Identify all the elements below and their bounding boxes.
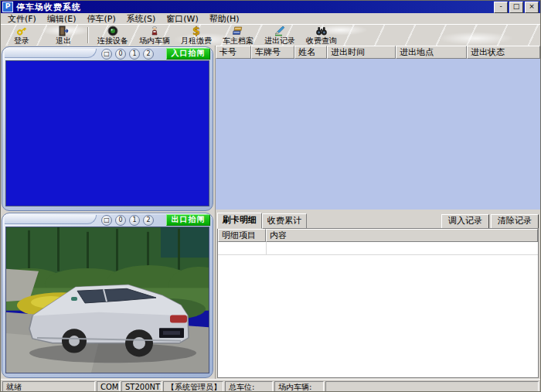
entrance-camera-header: □ 0 1 2 入口抬闸: [2, 47, 213, 60]
status-device-model: ST200NT2: [121, 381, 162, 392]
connect-device-button[interactable]: 连接设备: [92, 25, 134, 46]
device-lens-icon: [107, 26, 119, 36]
toolbar-label: 收费查询: [306, 36, 337, 45]
in-out-records-button[interactable]: 进出记录: [259, 25, 301, 46]
entrance-channel-0-button[interactable]: 0: [115, 49, 126, 60]
restore-button[interactable]: □: [509, 2, 523, 13]
exit-button[interactable]: 退出: [43, 25, 84, 46]
column-header-status[interactable]: 进出状态: [467, 46, 540, 59]
status-empty: [325, 381, 539, 392]
entrance-channel-stop-button[interactable]: □: [101, 49, 112, 60]
detail-tab-row: 刷卡明细 收费累计 调入记录 清除记录: [217, 214, 539, 229]
minimize-button[interactable]: -: [494, 2, 508, 13]
toolbar-separator: [87, 27, 89, 43]
camera-photo-car-scene: [6, 227, 209, 373]
svg-text:$: $: [192, 26, 200, 36]
status-operator: 【系统管理员】: [163, 381, 223, 392]
menu-file[interactable]: 文件(F): [2, 13, 42, 25]
detail-empty-row: [218, 242, 538, 255]
close-button[interactable]: ×: [525, 2, 539, 13]
status-vehicles-inside: 场内车辆:: [274, 381, 324, 392]
entrance-channel-1-button[interactable]: 1: [129, 49, 140, 60]
status-ready: 就绪: [2, 381, 95, 392]
status-total-spaces: 总车位:: [225, 381, 273, 392]
load-records-button[interactable]: 调入记录: [441, 214, 489, 229]
detail-table-body[interactable]: [218, 255, 538, 377]
panel-tab-curve: [5, 49, 97, 58]
entrance-gate-open-button[interactable]: 入口抬闸: [166, 48, 210, 60]
entrance-video-screen: [5, 60, 209, 206]
column-header-time[interactable]: 进出时间: [327, 46, 396, 59]
app-window: P 停车场收费系统 - □ × 文件(F) 编辑(E) 停车(P) 系统(S) …: [0, 0, 541, 392]
exit-door-icon: [57, 26, 70, 36]
exit-camera-header: □ 0 1 2 出口抬闸: [2, 213, 213, 226]
toolbar-label: 进出记录: [264, 36, 295, 45]
main-area: □ 0 1 2 入口抬闸 □ 0 1 2: [1, 46, 540, 379]
key-icon: [15, 26, 28, 36]
exit-gate-open-button[interactable]: 出口抬闸: [166, 214, 210, 226]
dollar-icon: $: [190, 26, 202, 36]
menu-window[interactable]: 窗口(W): [161, 13, 203, 25]
toolbar-label: 登录: [14, 36, 29, 45]
exit-camera-panel: □ 0 1 2 出口抬闸: [2, 213, 213, 378]
menu-edit[interactable]: 编辑(E): [42, 13, 82, 25]
panel-tab-curve: [5, 215, 97, 224]
toolbar-label: 场内车辆: [139, 36, 170, 45]
exit-channel-stop-button[interactable]: □: [101, 215, 112, 226]
column-header-name[interactable]: 姓名: [294, 46, 327, 59]
toolbar-label: 连接设备: [97, 36, 128, 45]
detail-header-row: 明细项目 内容: [218, 229, 538, 242]
column-header-card-no[interactable]: 卡号: [216, 46, 251, 59]
monthly-fee-button[interactable]: $ 月租缴费: [175, 25, 217, 46]
toolbar: 登录 退出 连接设备 场内车辆 $ 月租缴费: [1, 24, 540, 46]
vehicles-inside-button[interactable]: 场内车辆: [134, 25, 175, 46]
entrance-channel-2-button[interactable]: 2: [143, 49, 154, 60]
column-header-plate-no[interactable]: 车牌号: [251, 46, 294, 59]
exit-channel-2-button[interactable]: 2: [143, 215, 154, 226]
app-icon: P: [2, 2, 13, 12]
menu-system[interactable]: 系统(S): [121, 13, 162, 25]
status-com-port: COM1: [97, 381, 120, 392]
exit-channel-0-button[interactable]: 0: [115, 215, 126, 226]
tab-card-detail[interactable]: 刷卡明细: [217, 213, 262, 229]
toolbar-label: 月租缴费: [181, 36, 212, 45]
title-bar: P 停车场收费系统 - □ ×: [1, 1, 540, 13]
in-out-records-table: 卡号 车牌号 姓名 进出时间 进出地点 进出状态: [216, 46, 540, 210]
detail-table: 明细项目 内容: [217, 228, 539, 378]
vehicles-person-icon: [148, 26, 161, 36]
clear-records-button[interactable]: 清除记录: [491, 214, 539, 229]
archive-book-icon: [232, 26, 244, 36]
column-header-location[interactable]: 进出地点: [396, 46, 467, 59]
entrance-camera-panel: □ 0 1 2 入口抬闸: [2, 46, 213, 211]
record-pen-icon: [274, 26, 286, 36]
tab-fee-total[interactable]: 收费累计: [262, 213, 307, 229]
login-button[interactable]: 登录: [1, 25, 43, 46]
binoculars-icon: [315, 26, 328, 36]
column-header-item[interactable]: 明细项目: [218, 229, 266, 242]
right-column: 卡号 车牌号 姓名 进出时间 进出地点 进出状态 刷卡明细 收费累计 调入记录 …: [215, 46, 540, 379]
exit-video-screen: [5, 227, 209, 373]
records-table-body[interactable]: [216, 59, 540, 210]
menu-bar: 文件(F) 编辑(E) 停车(P) 系统(S) 窗口(W) 帮助(H): [1, 13, 540, 24]
toolbar-label: 退出: [56, 36, 71, 45]
exit-channel-1-button[interactable]: 1: [129, 215, 140, 226]
owner-archive-button[interactable]: 车主档案: [217, 25, 259, 46]
status-bar: 就绪 COM1 ST200NT2 【系统管理员】 总车位: 场内车辆:: [1, 379, 540, 392]
menu-help[interactable]: 帮助(H): [204, 13, 245, 25]
column-header-content[interactable]: 内容: [266, 229, 538, 242]
menu-parking[interactable]: 停车(P): [81, 13, 121, 25]
toolbar-label: 车主档案: [223, 36, 253, 45]
detail-panel: 刷卡明细 收费累计 调入记录 清除记录 明细项目 内容: [216, 210, 540, 379]
fee-query-button[interactable]: 收费查询: [301, 25, 342, 46]
records-header-row: 卡号 车牌号 姓名 进出时间 进出地点 进出状态: [216, 46, 540, 59]
camera-column: □ 0 1 2 入口抬闸 □ 0 1 2: [1, 46, 215, 379]
window-title: 停车场收费系统: [16, 2, 494, 13]
